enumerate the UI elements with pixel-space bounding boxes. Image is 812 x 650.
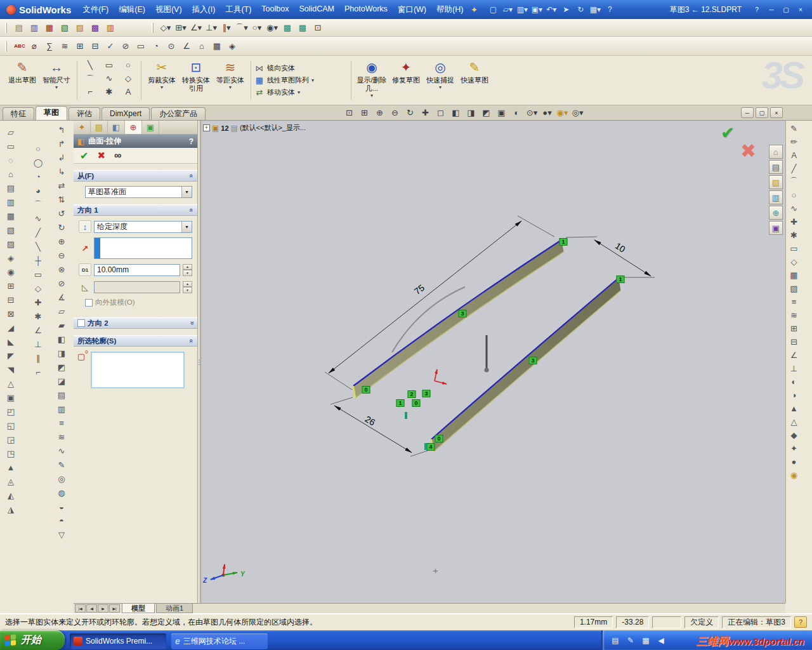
tree-item-label[interactable]: 12: [221, 124, 228, 132]
sketch-entity-icon[interactable]: ∿: [106, 74, 113, 87]
tool-icon[interactable]: ✚: [787, 217, 801, 226]
view-tool-icon[interactable]: ◻: [434, 106, 447, 119]
tool-icon[interactable]: ↱: [55, 138, 68, 149]
tool-icon[interactable]: ◢: [4, 322, 17, 333]
input-method-icon[interactable]: ▤: [610, 636, 620, 645]
volume-icon[interactable]: ◀: [656, 636, 666, 645]
section-direction1[interactable]: 方向 1 «: [74, 204, 197, 216]
dropdown-icon[interactable]: ▾: [229, 84, 232, 90]
spellcheck-icon[interactable]: ABC: [12, 40, 27, 53]
view-tool-icon[interactable]: ◎▾: [571, 106, 584, 119]
tool-icon[interactable]: ⌒: [32, 199, 44, 210]
dropdown-icon[interactable]: ▾: [160, 84, 163, 90]
open-doc-icon[interactable]: ▱▾: [501, 3, 514, 16]
tool-icon[interactable]: ◆: [787, 430, 801, 439]
solid-snap2-icon[interactable]: ▩: [296, 22, 310, 34]
sketch-line[interactable]: [431, 278, 619, 439]
tab-scroll-button[interactable]: ▶: [98, 604, 108, 613]
depth-stepper[interactable]: ▲ ▼: [183, 264, 192, 276]
tool-icon[interactable]: ⊖: [55, 250, 68, 261]
tool-icon[interactable]: ↻: [55, 222, 68, 233]
from-plane-select[interactable]: 草图基准面 ▼: [85, 186, 192, 198]
dimension-text[interactable]: 10: [613, 241, 627, 255]
units-icon[interactable]: ▥: [103, 22, 117, 34]
snap-icon[interactable]: ⊡: [311, 22, 325, 34]
tool-icon[interactable]: ∿: [55, 446, 68, 456]
toolbar-icon[interactable]: ⊟: [88, 40, 102, 53]
tool-icon[interactable]: ⊘: [55, 278, 68, 289]
tool-icon[interactable]: ▦: [4, 211, 17, 222]
tool-icon[interactable]: ◇: [32, 283, 44, 294]
dropdown-icon[interactable]: ▾: [439, 84, 442, 90]
tool-icon[interactable]: ⇅: [55, 194, 68, 205]
snap-icon[interactable]: ⊞▾: [174, 22, 188, 34]
view-tool-icon[interactable]: ⊕: [373, 106, 386, 119]
sketch-relation-badge[interactable]: 2: [408, 390, 416, 398]
tool-icon[interactable]: ⊥: [32, 339, 44, 350]
menu-item[interactable]: 编辑(E): [114, 2, 150, 18]
toolbar-icon[interactable]: ▦: [210, 40, 224, 53]
section-selected-contours[interactable]: 所选轮廓(S) «: [74, 335, 197, 347]
tool-icon[interactable]: ◩: [55, 362, 68, 373]
tool-icon[interactable]: ◐: [787, 377, 801, 386]
sketch-entity-icon[interactable]: ◇: [125, 74, 131, 87]
tool-icon[interactable]: ▰: [55, 320, 68, 331]
tool-icon[interactable]: ↺: [55, 208, 68, 219]
configuration-label[interactable]: (默认<<默认>_显示...: [240, 123, 306, 133]
tool-icon[interactable]: ▤: [4, 183, 17, 194]
tool-icon[interactable]: ◯: [32, 157, 44, 168]
toolbar-icon[interactable]: ≋: [58, 40, 72, 53]
mirror-entities-button[interactable]: ⋈ 镜向实体: [254, 63, 325, 73]
help-icon[interactable]: ?: [603, 3, 617, 16]
sketch-point-marker[interactable]: [405, 412, 407, 419]
toolbar-icon[interactable]: ⌂: [195, 40, 209, 53]
tool-icon[interactable]: ◤: [4, 350, 17, 361]
chevron-up-icon[interactable]: «: [188, 174, 195, 178]
confirm-corner-ok-button[interactable]: ✔: [721, 123, 735, 143]
line-format-icon[interactable]: ▧: [58, 22, 72, 34]
offset-entities-button[interactable]: ≋ 等距实体 ▾: [213, 56, 247, 105]
tool-icon[interactable]: ▣: [4, 392, 17, 403]
spin-down-icon[interactable]: ▼: [183, 287, 192, 293]
tab-scroll-button[interactable]: ▶|: [109, 604, 120, 613]
tool-icon[interactable]: ◬: [4, 476, 17, 487]
graphics-area[interactable]: 75 10 26 Z: [198, 121, 785, 603]
tool-icon[interactable]: ∡: [55, 292, 68, 303]
close-button[interactable]: ×: [794, 4, 807, 15]
taskbar-item-solidworks[interactable]: SolidWorks Premi...: [70, 633, 166, 649]
doc-minimize-button[interactable]: ─: [741, 107, 754, 118]
draft-stepper[interactable]: ▲ ▼: [183, 281, 192, 293]
tool-icon[interactable]: ◮: [4, 504, 17, 515]
tool-icon[interactable]: ◒: [55, 501, 68, 512]
view-tool-icon[interactable]: ◩: [480, 106, 493, 119]
view-tool-icon[interactable]: ✚: [419, 106, 432, 119]
save-icon[interactable]: ▥▾: [515, 3, 529, 16]
tool-icon[interactable]: ▭: [787, 244, 801, 253]
menu-item[interactable]: PhotoWorks: [339, 2, 393, 18]
extruded-surface-left[interactable]: [353, 240, 563, 398]
tool-icon[interactable]: ⊥: [787, 364, 801, 373]
sketch-entity-icon[interactable]: ⌒: [86, 74, 95, 87]
snap-icon[interactable]: ○▾: [250, 22, 264, 34]
sketch-relation-badge[interactable]: 1: [560, 238, 568, 246]
section-from[interactable]: 从(F) «: [74, 170, 197, 182]
sketch-entity-icon[interactable]: ✱: [106, 87, 113, 100]
tool-icon[interactable]: ▤: [55, 390, 68, 401]
tool-icon[interactable]: ▥: [55, 404, 68, 415]
tool-icon[interactable]: ▨: [4, 239, 17, 249]
tool-icon[interactable]: ⊞: [787, 324, 801, 333]
start-button[interactable]: 开始: [0, 630, 65, 650]
appearance-target-icon[interactable]: ◉: [787, 470, 801, 479]
dimension-text[interactable]: 26: [363, 414, 377, 428]
toolbar-grip[interactable]: [5, 23, 7, 33]
tab-dimxpert[interactable]: DimXpert: [102, 107, 150, 120]
sketch-relation-badge[interactable]: 1: [396, 399, 405, 407]
tab-features[interactable]: 特征: [3, 107, 34, 120]
undo-icon[interactable]: ↶▾: [544, 3, 558, 16]
depth-input[interactable]: 10.00mm: [94, 264, 180, 276]
select-arrow-icon[interactable]: ➤: [559, 3, 573, 16]
displaymanager-tab[interactable]: ▣: [142, 121, 159, 134]
tool-icon[interactable]: △: [787, 417, 801, 426]
tool-icon[interactable]: ◔: [32, 171, 44, 182]
tool-icon[interactable]: ✏: [787, 137, 801, 146]
